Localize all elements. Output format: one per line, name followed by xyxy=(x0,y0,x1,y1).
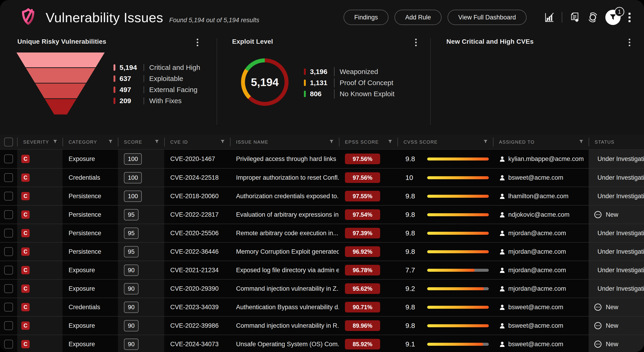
row-checkbox[interactable] xyxy=(4,247,13,256)
column-filter-button[interactable] xyxy=(53,139,58,145)
row-checkbox[interactable] xyxy=(4,303,13,312)
overflow-menu-button[interactable] xyxy=(628,12,630,23)
cvss-score-cell: 9.8 xyxy=(398,150,493,168)
column-filter-icon[interactable] xyxy=(388,139,392,144)
panel-menu-button[interactable] xyxy=(414,37,418,48)
assigned-email: ndjokovic@acme.com xyxy=(508,211,570,218)
row-select-cell xyxy=(0,150,17,168)
column-header-severity[interactable]: SEVERITY xyxy=(17,135,62,149)
column-header-cvss_score[interactable]: CVSS SCORE xyxy=(398,135,493,149)
column-filter-icon[interactable] xyxy=(329,139,334,144)
table-row[interactable]: CExposure90CVE-2020-29390Command injecti… xyxy=(0,279,644,298)
table-row[interactable]: CExposure90CVE-2021-21234Exposed log fil… xyxy=(0,261,644,279)
column-header-cve_id[interactable]: CVE ID xyxy=(164,135,230,149)
donut-chart: 5,194 xyxy=(241,58,289,106)
column-filter-button[interactable] xyxy=(483,139,488,145)
category-cell: Persistence xyxy=(62,243,118,261)
row-checkbox[interactable] xyxy=(4,266,13,275)
column-header-score[interactable]: SCORE xyxy=(118,135,164,149)
row-checkbox[interactable] xyxy=(4,284,13,293)
add-rule-button[interactable]: Add Rule xyxy=(394,10,442,25)
cvss-bar-fill xyxy=(427,343,483,346)
panel-title: Unique Risky Vulnerabilities xyxy=(17,38,106,45)
assigned-to-cell: mjordan@acme.com xyxy=(493,243,589,261)
person-icon xyxy=(499,193,506,199)
column-filter-icon[interactable] xyxy=(154,139,159,144)
cvss-value: 9.8 xyxy=(406,211,427,218)
panel-menu-button[interactable] xyxy=(628,37,631,48)
panel-unique-risky-vulnerabilities: Unique Risky Vulnerabilities 5,194Critic… xyxy=(0,35,217,135)
column-filter-button[interactable] xyxy=(388,139,392,145)
assigned-to-cell: ndjokovic@acme.com xyxy=(493,206,589,224)
category-text: Persistence xyxy=(68,193,101,200)
table-row[interactable]: CCredentials90CVE-2023-34039Authenticati… xyxy=(0,298,644,316)
column-filter-button[interactable] xyxy=(108,139,113,145)
table-row[interactable]: CExposure90CVE-2022-39986Command injecti… xyxy=(0,316,644,335)
issue-name-text: Authentication Bypass vulnerability d... xyxy=(236,304,339,311)
cve-id-text: CVE-2020-1467 xyxy=(170,156,215,163)
table-row[interactable]: CCredentials100CVE-2024-22518Improper au… xyxy=(0,168,644,187)
status-text: New xyxy=(606,211,618,218)
table-row[interactable]: CExposure90CVE-2024-34073Unsafe Operatin… xyxy=(0,335,644,352)
table-row[interactable]: CPersistence100CVE-2018-20060Authorizati… xyxy=(0,187,644,205)
category-text: Credentials xyxy=(68,174,100,181)
row-checkbox[interactable] xyxy=(4,321,13,330)
column-filter-icon[interactable] xyxy=(108,139,113,144)
column-filter-button[interactable] xyxy=(329,139,334,145)
status-text: Under Investigation xyxy=(598,267,644,274)
column-filter-icon[interactable] xyxy=(53,139,58,144)
issue-name-cell: Command injection vulnerability in Z... xyxy=(230,280,339,298)
column-filter-button[interactable] xyxy=(579,139,584,145)
column-header-category[interactable]: CATEGORY xyxy=(62,135,118,149)
column-header-status[interactable]: STATUS xyxy=(589,135,644,149)
epss-badge: 90.71% xyxy=(345,302,380,313)
legend-item: 3,196Weaponized xyxy=(304,66,394,77)
sync-icon[interactable] xyxy=(587,12,598,23)
legend-value: 497 xyxy=(120,86,143,94)
row-checkbox[interactable] xyxy=(4,192,13,200)
column-filter-icon[interactable] xyxy=(483,139,488,144)
assigned-to-cell: bsweet@acme.com xyxy=(493,317,589,335)
active-filters-control[interactable]: 1 xyxy=(605,10,620,25)
legend-marker xyxy=(114,86,115,93)
issue-name-text: Remote arbitrary code execution in... xyxy=(236,230,338,237)
charts-toggle-icon[interactable] xyxy=(544,12,555,23)
select-all-checkbox[interactable] xyxy=(4,138,13,146)
column-header-epss_score[interactable]: EPSS SCORE xyxy=(339,135,398,149)
new-status-icon xyxy=(594,210,602,219)
severity-cell: C xyxy=(17,150,62,168)
row-checkbox[interactable] xyxy=(4,340,13,349)
table-row[interactable]: CPersistence95CVE-2022-36446Memory Corru… xyxy=(0,242,644,261)
row-checkbox[interactable] xyxy=(4,173,13,182)
column-filter-icon[interactable] xyxy=(579,139,584,144)
cvss-value: 9.8 xyxy=(406,248,427,256)
legend-label: Critical and High xyxy=(149,64,200,71)
assigned-to-cell: mjordan@acme.com xyxy=(493,280,589,298)
view-full-dashboard-button[interactable]: View Full Dashboard xyxy=(448,10,526,25)
severity-cell: C xyxy=(17,224,62,242)
column-header-assigned_to[interactable]: ASSIGNED TO xyxy=(493,135,589,149)
row-checkbox[interactable] xyxy=(4,210,13,219)
severity-badge: C xyxy=(21,247,30,256)
icon-cluster: 1 xyxy=(537,10,630,25)
row-checkbox[interactable] xyxy=(4,155,13,163)
table-row[interactable]: CPersistence95CVE-2022-22817Evaluation o… xyxy=(0,205,644,224)
panel-divider xyxy=(216,38,217,125)
assigned-email: bsweet@acme.com xyxy=(508,322,564,329)
findings-button[interactable]: Findings xyxy=(344,10,388,25)
status-cell: Under Investigation xyxy=(589,243,644,261)
column-header-issue_name[interactable]: ISSUE NAME xyxy=(230,135,339,149)
score-cell: 90 xyxy=(118,335,164,352)
column-filter-icon[interactable] xyxy=(220,139,225,144)
title-group: Vulnerability Issues Found 5,194 out of … xyxy=(46,10,259,25)
panel-menu-button[interactable] xyxy=(196,37,199,48)
export-report-icon[interactable] xyxy=(569,12,580,23)
table-row[interactable]: CPersistence95CVE-2020-25506Remote arbit… xyxy=(0,224,644,242)
column-filter-button[interactable] xyxy=(220,139,225,145)
row-checkbox[interactable] xyxy=(4,229,13,237)
column-filter-button[interactable] xyxy=(154,139,159,145)
legend-marker xyxy=(304,91,306,97)
table-row[interactable]: CExposure100CVE-2020-1467Privileged acce… xyxy=(0,150,644,168)
epss-score-cell: 96.78% xyxy=(339,261,398,279)
cve-id-cell: CVE-2020-29390 xyxy=(164,280,230,298)
